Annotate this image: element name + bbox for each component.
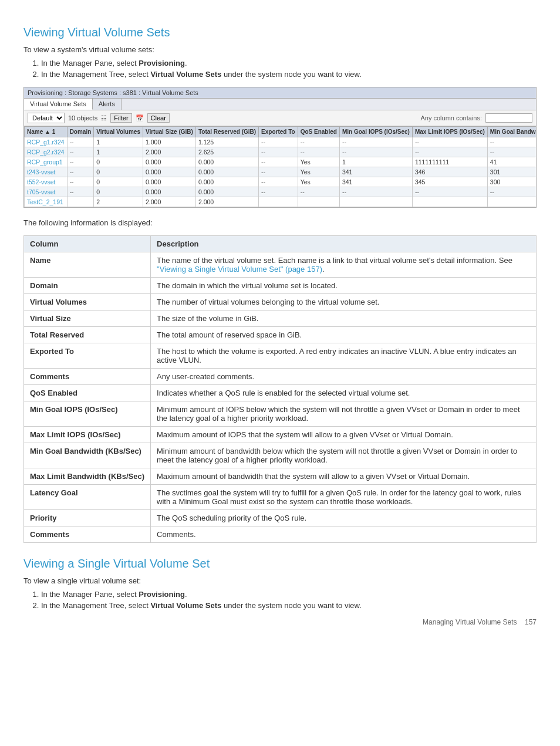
clear-button[interactable]: Clear [147,113,170,123]
desc-table-row: Max Limit IOPS (IOs/Sec)Maximum amount o… [24,427,537,443]
table-cell [339,197,412,207]
table-cell: 41 [487,157,536,167]
screenshot-tabs: Virtual Volume Sets Alerts [24,99,536,110]
desc-column-name: Domain [24,278,151,294]
desc-column-description: Minimum amount of IOPS below which the s… [151,401,537,427]
desc-column-name: Comments [24,369,151,385]
desc-column-description: Maximum amount of bandwidth that the sys… [151,468,537,485]
table-cell: t243-vvset [25,167,68,177]
table-cell: -- [487,187,536,197]
footer-text: Managing Virtual Volume Sets [423,618,517,626]
table-cell: 2 [94,197,143,207]
table-row: t552-vvset--00.0000.000--Yes341345300350 [25,177,537,187]
table-cell: t552-vvset [25,177,68,187]
table-cell: -- [298,147,339,157]
table-cell: -- [339,147,412,157]
table-cell: -- [67,187,94,197]
desc-column-name: Exported To [24,343,151,369]
desc-column-name: Virtual Size [24,310,151,327]
desc-column-name: Name [24,252,151,278]
table-cell: Yes [298,157,339,167]
desc-table-row: QoS EnabledIndicates whether a QoS rule … [24,385,537,401]
table-cell: 0 [94,167,143,177]
table-cell: RCP_g1.r324 [25,137,68,147]
table-cell: Yes [298,177,339,187]
desc-column-description: The domain in which the virtual volume s… [151,278,537,294]
desc-column-name: Latency Goal [24,485,151,510]
table-cell: 2.000 [195,197,258,207]
tab-alerts[interactable]: Alerts [93,99,122,110]
col-qos-enabled: QoS Enabled [298,127,339,137]
desc-column-description: The QoS scheduling priority of the QoS r… [151,510,537,526]
table-cell [298,197,339,207]
desc-column-description: The total amount of reserved space in Gi… [151,327,537,343]
table-cell: 2.000 [143,147,195,157]
step-1: In the Manager Pane, select Provisioning… [41,59,537,67]
desc-table-row: Max Limit Bandwidth (KBs/Sec)Maximum amo… [24,468,537,485]
col-max-limit-iops: Max Limit IOPS (IOs/Sec) [412,127,487,137]
col-exported-to: Exported To [259,127,298,137]
section2-step-1: In the Manager Pane, select Provisioning… [41,590,537,599]
table-cell: -- [259,187,298,197]
table-cell: -- [339,187,412,197]
desc-column-name: Min Goal IOPS (IOs/Sec) [24,401,151,427]
table-cell: 1.000 [143,137,195,147]
table-cell: -- [259,177,298,187]
section2-steps: In the Manager Pane, select Provisioning… [41,590,537,610]
desc-column-description: The number of virtual volumes belonging … [151,294,537,310]
table-cell: -- [339,137,412,147]
desc-table-header: Column Description [24,236,537,252]
desc-table-row: Virtual SizeThe size of the volume in Gi… [24,310,537,327]
table-row: RCP_group1--00.0000.000--Yes111111111114… [25,157,537,167]
default-select[interactable]: Default [28,113,65,123]
table-row: t705-vvset--00.0000.000------------ [25,187,537,197]
table-cell: 0.000 [195,177,258,187]
table-cell: -- [487,137,536,147]
table-cell: RCP_g2.r324 [25,147,68,157]
desc-column-description: Minimum amount of bandwidth below which … [151,443,537,468]
col-min-goal-iops: Min Goal IOPS (IOs/Sec) [339,127,412,137]
step-2: In the Management Tree, select Virtual V… [41,70,537,79]
table-cell: -- [298,187,339,197]
desc-table-row: PriorityThe QoS scheduling priority of t… [24,510,537,526]
table-cell: 341 [339,167,412,177]
objects-count: 10 objects [68,114,97,121]
table-cell: TestC_2_191 [25,197,68,207]
desc-column-description: The host to which the volume is exported… [151,343,537,369]
desc-table-row: CommentsComments. [24,526,537,543]
table-cell: 1 [94,137,143,147]
desc-column-name: Max Limit IOPS (IOs/Sec) [24,427,151,443]
column-search-input[interactable] [485,113,532,123]
desc-table-row: Exported ToThe host to which the volume … [24,343,537,369]
filter-button[interactable]: Filter [110,113,131,123]
table-cell: -- [412,137,487,147]
table-cell: -- [67,177,94,187]
table-cell: 0 [94,177,143,187]
section1-intro: To view a system's virtual volume sets: [23,45,537,54]
desc-column-description: Comments. [151,526,537,543]
col-domain: Domain [67,127,94,137]
table-cell: 1.125 [195,137,258,147]
table-cell: 1111111111 [412,157,487,167]
clear-icon: 📅 [136,114,144,122]
table-row: RCP_g2.r324--12.0002.625------------ [25,147,537,157]
page-footer: Managing Virtual Volume Sets 157 [23,618,537,626]
desc-column-name: QoS Enabled [24,385,151,401]
desc-table-row: Min Goal Bandwidth (KBs/Sec)Minimum amou… [24,443,537,468]
table-cell [412,197,487,207]
screenshot-toolbar: Default 10 objects ☷ Filter 📅 Clear Any … [24,110,536,126]
table-cell: 301 [487,167,536,177]
desc-column-description: The svctimes goal the system will try to… [151,485,537,510]
col-name: Name ▲ 1 [25,127,68,137]
desc-column-name: Max Limit Bandwidth (KBs/Sec) [24,468,151,485]
table-cell: 346 [412,167,487,177]
table-cell: -- [412,187,487,197]
table-header-row: Name ▲ 1 Domain Virtual Volumes Virtual … [25,127,537,137]
tab-virtual-volume-sets[interactable]: Virtual Volume Sets [24,99,93,110]
table-cell: 300 [487,177,536,187]
screenshot-titlebar: Provisioning : Storage Systems : s381 : … [24,87,536,99]
filter-icon: ☷ [101,114,107,122]
table-cell: -- [67,157,94,167]
table-cell: -- [259,137,298,147]
desc-column-name: Virtual Volumes [24,294,151,310]
